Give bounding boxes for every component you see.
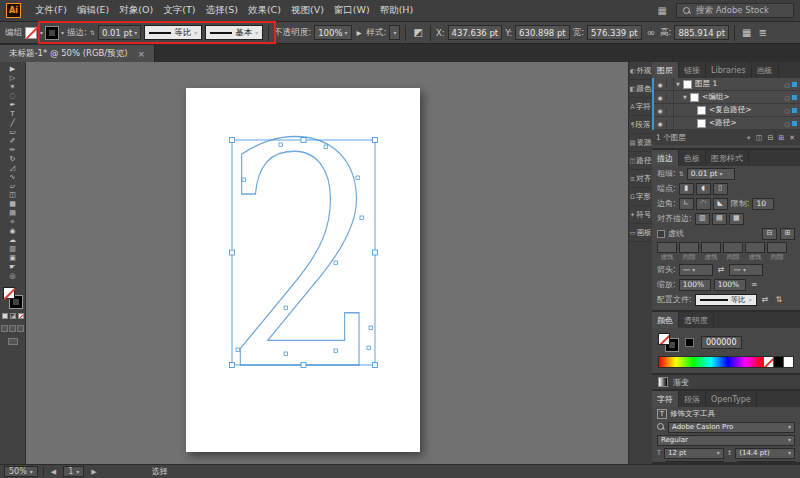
color-mode-icon[interactable] [2, 313, 8, 319]
panel-tab[interactable]: 透明度 [679, 312, 714, 328]
column-graph-tool[interactable]: ▥ [2, 245, 24, 254]
gap-field[interactable] [679, 242, 699, 253]
miter-join-icon[interactable]: ∟ [679, 198, 694, 210]
x-field[interactable]: 437.636 pt [448, 25, 503, 40]
panel-menu-icon[interactable]: ≣ [756, 27, 768, 38]
menu-item[interactable]: 帮助(H) [375, 2, 419, 19]
visibility-eye-icon[interactable]: ◉ [654, 81, 667, 88]
menu-item[interactable]: 编辑(E) [72, 2, 114, 19]
layer-row[interactable]: ◉ ▼ 图层 1 ○ [654, 78, 800, 91]
flip-across-icon[interactable]: ⇅ [773, 295, 784, 304]
menu-item[interactable]: 文字(T) [158, 2, 200, 19]
panel-button-artboards[interactable]: ▭ 画板 [629, 224, 652, 242]
dash-field[interactable] [657, 242, 677, 253]
symbol-sprayer-tool[interactable]: ☁ [2, 236, 24, 245]
none-mode-icon[interactable] [18, 313, 24, 319]
layer-row[interactable]: ◉ ▼ <编组> ○ [654, 91, 800, 104]
panel-button-appearance[interactable]: ◐ 外观 [629, 62, 652, 80]
arrowhead-end-dropdown[interactable]: — ▾ [729, 264, 763, 276]
font-style-dropdown[interactable]: Regular ▾ [657, 435, 795, 446]
zoom-tool[interactable]: ◎ [2, 272, 24, 281]
fill-swatch[interactable] [3, 287, 15, 299]
panel-button-align[interactable]: ≡ 对齐 [629, 170, 652, 188]
width-tool[interactable]: ∿ [2, 173, 24, 182]
draw-normal-icon[interactable] [1, 325, 8, 332]
gradient-panel-header[interactable]: 渐变 [652, 375, 800, 391]
round-join-icon[interactable]: ◠ [696, 198, 711, 210]
arrange-documents-icon[interactable]: ▦ [740, 27, 753, 38]
constrain-proportions-icon[interactable]: ∞ [645, 27, 657, 38]
zoom-select[interactable]: 50% ▾ [4, 466, 38, 477]
stock-search-field[interactable]: 搜索 Adobe Stock [676, 3, 794, 18]
selection-tool[interactable]: ▶ [2, 65, 24, 74]
panel-tab[interactable]: OpenType [706, 391, 757, 407]
align-stroke-outside-icon[interactable]: ▦ [729, 213, 744, 225]
align-stroke-center-icon[interactable]: ▥ [695, 213, 710, 225]
artboard[interactable]: 2 [186, 88, 420, 452]
weight-field[interactable]: 0.01 pt ▾ [687, 168, 735, 180]
flip-along-icon[interactable]: ⇄ [760, 295, 771, 304]
recolor-artwork-icon[interactable]: ◩ [411, 27, 424, 38]
y-field[interactable]: 630.898 pt [515, 25, 570, 40]
panel-tab[interactable]: 图层 [652, 62, 679, 78]
panel-tab[interactable]: 色板 [679, 150, 706, 166]
link-scale-icon[interactable]: ∞ [749, 280, 760, 289]
swap-arrowheads-icon[interactable]: ⇄ [716, 265, 727, 274]
panel-button-pathfinder[interactable]: ◫ 路径 [629, 152, 652, 170]
style-dropdown[interactable]: ▾ [389, 25, 400, 40]
menu-item[interactable]: 视图(V) [286, 2, 329, 19]
panel-button-color[interactable]: ◧ 颜色 [629, 80, 652, 98]
butt-cap-icon[interactable]: ▮ [679, 183, 694, 195]
target-icon[interactable]: ○ [782, 120, 792, 127]
panel-button-symbols[interactable]: ✦ 符号 [629, 206, 652, 224]
stroke-caret-icon[interactable]: ▾ [61, 30, 64, 36]
panel-tab[interactable]: 字符 [652, 391, 679, 407]
width-field[interactable]: 576.339 pt [587, 25, 642, 40]
preserve-dash-icon[interactable]: ⊟ [762, 228, 777, 240]
panel-button-character[interactable]: A 字符 [629, 98, 652, 116]
current-color-swatch[interactable] [685, 338, 694, 347]
arrow-scale-end-field[interactable]: 100% [714, 279, 746, 291]
gradient-tool[interactable]: ▤ [2, 209, 24, 218]
panel-tab[interactable]: 画板 [752, 62, 779, 78]
bevel-join-icon[interactable]: ◣ [713, 198, 728, 210]
projecting-cap-icon[interactable]: ▯ [713, 183, 728, 195]
gap-field[interactable] [723, 242, 743, 253]
width-profile-dropdown[interactable]: 等比 ▾ [695, 294, 757, 306]
leading-field[interactable]: (14.4 pt) ▾ [735, 448, 795, 459]
next-artboard-icon[interactable]: ▶ [89, 468, 98, 476]
panel-tab[interactable]: 描边 [652, 150, 679, 166]
align-dash-icon[interactable]: ⊞ [780, 228, 795, 240]
fill-color-swatch[interactable] [25, 27, 37, 39]
magic-wand-tool[interactable]: ✶ [2, 83, 24, 92]
mesh-tool[interactable]: ▦ [2, 200, 24, 209]
rotate-tool[interactable]: ↻ [2, 155, 24, 164]
fill-caret-icon[interactable]: ▾ [40, 30, 43, 36]
opacity-panel-chevron-icon[interactable]: ▸ [355, 27, 364, 38]
color-spectrum[interactable] [658, 356, 794, 368]
expand-caret-icon[interactable]: ▼ [681, 94, 689, 100]
target-icon[interactable]: ○ [782, 94, 792, 101]
black-swatch[interactable] [773, 357, 783, 367]
panel-tab[interactable]: Libraries [706, 62, 752, 78]
draw-behind-icon[interactable] [9, 325, 16, 332]
brush-definition-dropdown[interactable]: 基本 ▾ [205, 25, 263, 40]
dash-field[interactable] [745, 242, 765, 253]
clipping-mask-icon[interactable]: ◫ [755, 134, 764, 142]
visibility-eye-icon[interactable]: ◉ [654, 94, 667, 101]
align-stroke-inside-icon[interactable]: ▤ [712, 213, 727, 225]
menu-item[interactable]: 选择(S) [200, 2, 242, 19]
white-swatch[interactable] [783, 357, 793, 367]
opacity-field[interactable]: 100% ▾ [314, 25, 351, 40]
stroke-stepper-icon[interactable]: ⇅ [90, 30, 95, 36]
arrow-scale-start-field[interactable]: 100% [679, 279, 711, 291]
touch-type-button[interactable]: 修饰文字工具 [670, 409, 715, 419]
draw-inside-icon[interactable] [17, 325, 24, 332]
round-cap-icon[interactable]: ◖ [696, 183, 711, 195]
none-swatch[interactable] [763, 357, 773, 367]
screen-mode-button[interactable] [8, 338, 18, 345]
target-icon[interactable]: ○ [782, 107, 792, 114]
stroke-weight-field[interactable]: 0.01 pt ▾ [98, 25, 141, 40]
layer-row[interactable]: ◉ <复合路径> ○ [654, 104, 800, 117]
width-profile-dropdown[interactable]: 等比 ▾ [144, 25, 202, 40]
